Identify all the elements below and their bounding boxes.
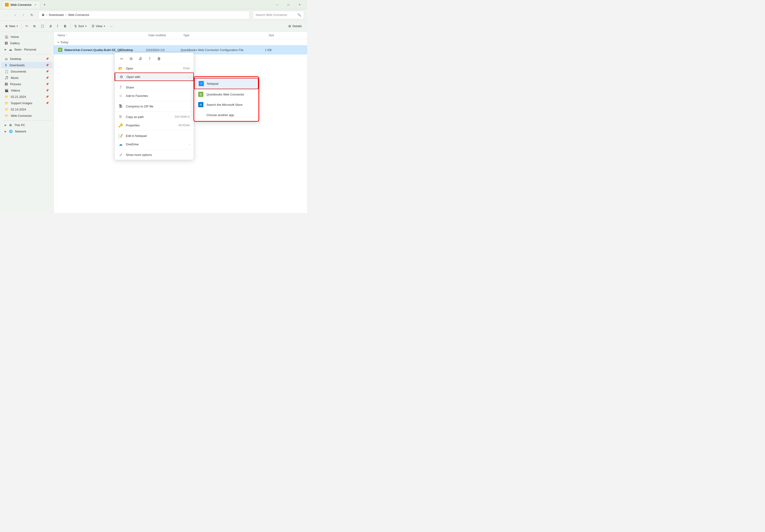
ctx-edit-notepad-item[interactable]: 📝 Edit in Notepad	[115, 132, 194, 140]
paste-button[interactable]: 📋	[38, 22, 47, 30]
pin-icon-pictures: 📌	[46, 83, 49, 86]
ctx-rename-button[interactable]: Ꭿ	[136, 55, 145, 63]
sidebar-item-this-pc[interactable]: ▶ 🖥 This PC	[1, 122, 53, 128]
ctx-properties-item[interactable]: 🔑 Properties Alt+Enter	[115, 121, 194, 130]
submenu-ms-store-item[interactable]: ⊞ Search the Microsoft Store	[194, 100, 259, 110]
details-button[interactable]: ⊞ Details	[286, 22, 304, 30]
title-bar: Web Connector × + – □ ×	[0, 0, 307, 9]
sidebar-item-gallery[interactable]: 🖼 Gallery	[1, 40, 53, 46]
sidebar-item-02142024[interactable]: 📁 02.14.2024	[1, 106, 53, 113]
submenu-notepad-item[interactable]: ≡ Notepad	[194, 78, 259, 89]
file-type: QuickBooks Web Connector Configuration F…	[181, 48, 251, 52]
sidebar-item-support-images[interactable]: 📁 Support Images 📌	[1, 100, 53, 106]
pin-icon-support: 📌	[46, 102, 49, 105]
sidebar-item-music[interactable]: 🎵 Music 📌	[1, 75, 53, 81]
col-header-type[interactable]: Type	[183, 34, 254, 37]
ctx-compress-item[interactable]: 🗜 Compress to ZIP file	[115, 102, 194, 111]
breadcrumb-web-connector[interactable]: Web Connector	[68, 13, 89, 17]
pin-icon-02212024: 📌	[46, 95, 49, 98]
ctx-copypath-item[interactable]: ⎘ Copy as path Ctrl+Shift+C	[115, 113, 194, 121]
sidebar-item-network[interactable]: ▶ 🌐 Network	[1, 128, 53, 134]
videos-icon: 🎬	[5, 89, 8, 92]
ctx-share-button[interactable]: ⤴	[146, 55, 154, 63]
sidebar-item-home[interactable]: 🏠 Home	[1, 34, 53, 40]
file-icon: Q	[58, 48, 63, 52]
notepad-icon: ≡	[199, 81, 204, 86]
folder-icon-support: 📁	[5, 101, 8, 105]
folder-icon-02212024: 📁	[5, 95, 8, 99]
view-button[interactable]: ☰ View ▾	[89, 22, 107, 30]
sidebar-item-downloads[interactable]: ⬇ Downloads 📌	[1, 62, 53, 68]
col-header-name[interactable]: Name ˅	[58, 34, 147, 37]
network-icon: 🌐	[9, 130, 13, 133]
ctx-properties-label: Properties	[126, 124, 176, 127]
ctx-favorites-item[interactable]: ☆ Add to Favorites	[115, 92, 194, 100]
cut-button[interactable]: ✂	[23, 22, 30, 30]
ctx-open-item[interactable]: 📂 Open Enter	[115, 64, 194, 73]
up-button[interactable]: ↑	[20, 11, 27, 19]
sidebar-label-support: Support Images	[11, 101, 32, 105]
breadcrumb-sep-2: >	[65, 14, 67, 16]
group-today[interactable]: ▾ Today	[54, 39, 307, 45]
new-button[interactable]: ⊕ New ▾	[3, 22, 20, 30]
breadcrumb-sep-1: >	[46, 14, 47, 16]
ctx-editnotepad-icon: 📝	[118, 133, 123, 138]
back-button[interactable]: ←	[3, 11, 10, 19]
documents-icon: 📋	[5, 70, 8, 73]
ctx-copypath-label: Copy as path	[126, 115, 172, 119]
navigation-bar: ← → ↑ ↻ 🖥 > Downloads > Web Connector Se…	[0, 9, 307, 21]
submenu-qb-connector-item[interactable]: Q Quickbooks Web Connector	[194, 89, 259, 100]
submenu-choose-app-item[interactable]: Choose another app	[194, 110, 259, 120]
gallery-icon: 🖼	[5, 41, 8, 45]
sidebar-item-pictures[interactable]: 🖼 Pictures 📌	[1, 81, 53, 87]
ctx-delete-button[interactable]: 🗑	[155, 55, 163, 63]
forward-button[interactable]: →	[11, 11, 19, 19]
minimize-button[interactable]: –	[272, 1, 283, 8]
context-menu: ✂ ⧉ Ꭿ ⤴ 🗑 📂 Open Enter ⚙ Open with › ⤴ S…	[114, 52, 194, 160]
ctx-cut-button[interactable]: ✂	[117, 55, 126, 63]
tab-close-button[interactable]: ×	[34, 3, 37, 7]
ctx-open-shortcut: Enter	[183, 67, 190, 70]
refresh-button[interactable]: ↻	[28, 11, 36, 19]
ctx-share-item[interactable]: ⤴ Share	[115, 83, 194, 92]
col-header-size[interactable]: Size	[256, 34, 274, 37]
col-header-date[interactable]: Date modified	[149, 34, 181, 37]
breadcrumb-downloads[interactable]: Downloads	[49, 13, 64, 17]
sidebar-divider-1	[3, 54, 51, 54]
group-expand-icon: ▾	[58, 41, 59, 44]
sidebar-item-videos[interactable]: 🎬 Videos 📌	[1, 87, 53, 94]
qb-file-icon: Q	[58, 48, 62, 52]
ctx-more-options-item[interactable]: ⤢ Show more options	[115, 150, 194, 159]
new-icon: ⊕	[5, 24, 8, 28]
view-icon: ☰	[92, 24, 94, 28]
sidebar-item-documents[interactable]: 📋 Documents 📌	[1, 68, 53, 75]
delete-button[interactable]: 🗑	[61, 22, 69, 30]
breadcrumb[interactable]: 🖥 > Downloads > Web Connector	[38, 11, 250, 19]
more-button[interactable]: ···	[108, 22, 115, 30]
current-tab[interactable]: Web Connector ×	[2, 1, 40, 9]
sidebar-item-desktop[interactable]: 🗂 Desktop 📌	[1, 56, 53, 62]
sidebar-item-02212024[interactable]: 📁 02.21.2024 📌	[1, 94, 53, 100]
close-button[interactable]: ×	[294, 1, 305, 8]
ctx-favorites-icon: ☆	[118, 94, 123, 98]
share-button[interactable]: ⤴	[54, 22, 61, 30]
new-tab-button[interactable]: +	[41, 1, 48, 8]
sidebar-item-web-connector[interactable]: 📁 Web Connector	[1, 113, 53, 119]
maximize-button[interactable]: □	[283, 1, 294, 8]
copy-button[interactable]: ⧉	[31, 22, 38, 30]
music-icon: 🎵	[5, 76, 8, 80]
sort-button[interactable]: ⇅ Sort ▾	[72, 22, 89, 30]
pin-icon-videos: 📌	[46, 89, 49, 92]
sidebar: 🏠 Home 🖼 Gallery ▶ ☁ Sean - Personal 🗂 D…	[0, 32, 54, 213]
ctx-copypath-shortcut: Ctrl+Shift+C	[175, 115, 190, 119]
ms-store-icon: ⊞	[198, 102, 204, 108]
ctx-open-with-item[interactable]: ⚙ Open with ›	[115, 73, 194, 81]
ctx-copy-button[interactable]: ⧉	[127, 55, 135, 63]
search-box[interactable]: Search Web Connector 🔍	[253, 11, 304, 19]
rename-button[interactable]: Ꭿ	[47, 22, 54, 30]
ctx-onedrive-item[interactable]: ☁ OneDrive ›	[115, 140, 194, 148]
sort-icon: ⇅	[74, 24, 77, 28]
sidebar-label-desktop: Desktop	[10, 57, 21, 61]
sidebar-item-sean-personal[interactable]: ▶ ☁ Sean - Personal	[1, 46, 53, 53]
group-label: Today	[60, 41, 68, 44]
